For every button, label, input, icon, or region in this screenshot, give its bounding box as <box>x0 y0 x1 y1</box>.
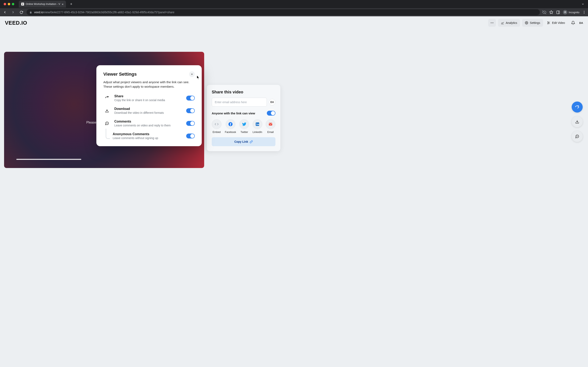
reload-button[interactable] <box>18 9 24 15</box>
nested-indicator <box>106 129 110 139</box>
svg-line-18 <box>548 22 549 23</box>
addrbar-right: Incognito <box>542 10 586 15</box>
tabs-overflow-icon[interactable] <box>581 3 584 6</box>
svg-point-8 <box>584 12 585 13</box>
notifications-button[interactable] <box>569 19 577 27</box>
setting-anonymous-toggle[interactable] <box>186 133 195 138</box>
linkedin-icon <box>252 119 262 129</box>
setting-row-download: Download Download the video in different… <box>103 107 195 114</box>
share-option-twitter[interactable]: Twitter <box>239 119 249 133</box>
new-tab-button[interactable]: + <box>70 2 72 6</box>
svg-rect-21 <box>256 124 257 125</box>
share-arrow-icon <box>575 105 579 109</box>
browser-menu-icon[interactable] <box>582 10 586 14</box>
svg-point-10 <box>491 23 491 23</box>
svg-point-11 <box>492 23 493 23</box>
share-option-label: LinkedIn <box>252 131 262 133</box>
edit-video-label: Edit Video <box>552 21 565 25</box>
eye-off-icon[interactable] <box>542 10 546 14</box>
svg-line-17 <box>549 23 550 24</box>
analytics-label: Analytics <box>506 21 517 25</box>
share-options-grid: Embed Facebook Twitter LinkedIn <box>212 119 276 133</box>
share-option-label: Embed <box>213 131 221 133</box>
bell-icon <box>571 21 575 25</box>
share-option-label: Facebook <box>225 131 236 133</box>
floating-comments-button[interactable] <box>572 131 583 142</box>
facebook-icon <box>226 119 235 129</box>
modal-header: Viewer Settings <box>103 71 195 77</box>
window-controls <box>4 3 14 5</box>
setting-row-comments: Comments Leave comments on video and rep… <box>103 120 195 127</box>
setting-title: Comments <box>114 120 182 123</box>
comment-icon <box>103 121 111 125</box>
setting-comments-toggle[interactable] <box>186 121 195 126</box>
setting-title: Download <box>114 107 182 111</box>
analytics-button[interactable]: Analytics <box>498 19 520 27</box>
svg-point-9 <box>584 13 585 14</box>
forward-button[interactable] <box>10 9 16 15</box>
svg-rect-0 <box>30 12 32 13</box>
url-box[interactable]: veed.io/view/0e4e2277-6f45-45c3-9294-790… <box>26 9 540 15</box>
copy-link-label: Copy Link <box>234 140 248 143</box>
link-visibility-toggle[interactable] <box>267 111 276 116</box>
email-icon <box>266 119 276 129</box>
link-visibility-row: Anyone with the link can view <box>212 111 276 116</box>
modal-close-button[interactable] <box>189 71 195 77</box>
tab-close-icon[interactable]: × <box>62 2 64 6</box>
svg-marker-2 <box>550 11 553 14</box>
browser-chrome: V Online Workshop Invitation - V × + vee… <box>0 0 588 16</box>
browser-tab[interactable]: V Online Workshop Invitation - V × <box>19 1 66 8</box>
setting-title: Anonymous Comments <box>113 132 182 136</box>
floating-download-button[interactable] <box>572 116 583 127</box>
video-progress-track[interactable] <box>16 159 192 160</box>
side-panel-icon[interactable] <box>556 10 560 14</box>
video-progress-fill <box>16 159 81 160</box>
star-icon[interactable] <box>549 10 553 14</box>
share-avatar[interactable]: DA <box>269 99 276 105</box>
embed-icon <box>212 119 222 129</box>
floating-share-button[interactable] <box>572 101 583 113</box>
tab-favicon: V <box>21 3 24 6</box>
settings-button[interactable]: Settings <box>522 19 543 27</box>
window-close-button[interactable] <box>4 3 6 5</box>
share-option-facebook[interactable]: Facebook <box>225 119 236 133</box>
svg-point-12 <box>493 23 493 23</box>
comment-icon <box>575 134 579 138</box>
setting-download-toggle[interactable] <box>186 108 195 113</box>
share-option-linkedin[interactable]: LinkedIn <box>252 119 262 133</box>
svg-point-5 <box>564 12 565 13</box>
logo[interactable]: VEED.IO <box>5 20 27 26</box>
incognito-indicator[interactable]: Incognito <box>563 10 579 15</box>
app-header: VEED.IO Analytics Settings Edit Video DA <box>0 16 588 29</box>
more-button[interactable] <box>488 19 496 27</box>
edit-video-button[interactable]: Edit Video <box>545 19 567 27</box>
svg-point-22 <box>256 123 257 124</box>
setting-share-toggle[interactable] <box>186 96 195 100</box>
titlebar: V Online Workshop Invitation - V × + <box>0 0 588 8</box>
twitter-icon <box>239 119 249 129</box>
window-minimize-button[interactable] <box>8 3 10 5</box>
window-maximize-button[interactable] <box>12 3 14 5</box>
download-icon <box>575 120 579 124</box>
close-icon <box>191 73 193 75</box>
svg-point-15 <box>548 23 548 24</box>
svg-point-13 <box>526 22 527 23</box>
gear-icon <box>525 21 528 25</box>
back-button[interactable] <box>2 9 8 15</box>
url-text: veed.io/view/0e4e2277-6f45-45c3-9294-790… <box>34 11 174 14</box>
lock-icon <box>29 11 32 14</box>
share-option-embed[interactable]: Embed <box>212 119 222 133</box>
viewer-settings-modal: Viewer Settings Adjust what project view… <box>96 65 202 146</box>
share-panel-title: Share this video <box>212 90 276 94</box>
copy-link-button[interactable]: Copy Link <box>212 137 276 146</box>
share-email-row: DA <box>212 98 276 107</box>
content: 3 Please be patient as this <box>0 29 588 367</box>
incognito-icon <box>563 10 567 15</box>
share-email-input[interactable] <box>212 98 267 107</box>
tab-title: Online Workshop Invitation - V <box>26 3 60 6</box>
scissors-icon <box>547 21 550 25</box>
share-icon <box>103 96 111 100</box>
share-option-email[interactable]: Email <box>266 119 276 133</box>
user-initials[interactable]: DA <box>579 21 583 25</box>
share-option-label: Twitter <box>241 131 248 133</box>
